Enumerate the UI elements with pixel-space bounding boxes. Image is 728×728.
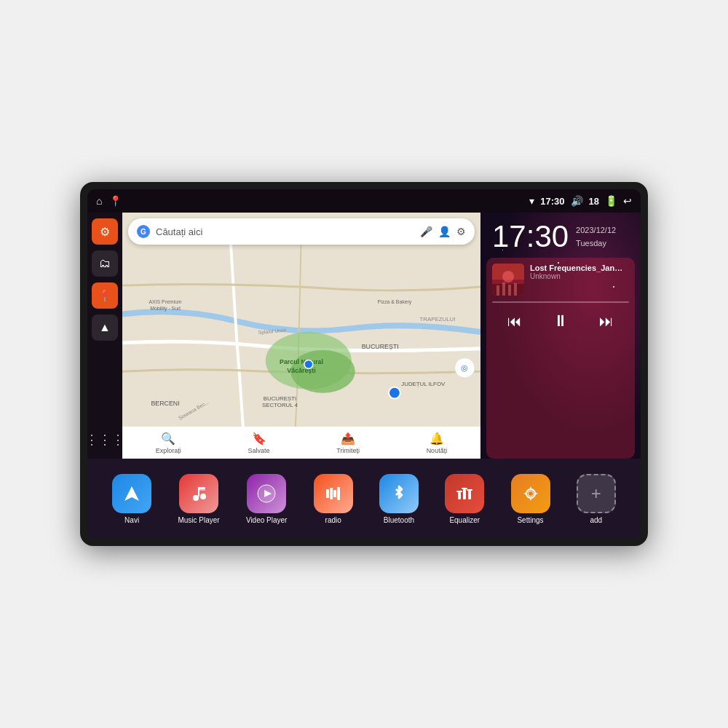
send-icon: 📤 bbox=[341, 432, 355, 446]
wifi-icon: ▾ bbox=[529, 195, 534, 207]
navi-label: Navi bbox=[124, 516, 139, 524]
pause-button[interactable]: ⏸ bbox=[544, 309, 577, 333]
sidebar-settings-btn[interactable]: ⚙ bbox=[92, 218, 118, 245]
track-name: Lost Frequencies_Janie... bbox=[530, 264, 625, 272]
svg-rect-42 bbox=[463, 489, 466, 499]
clock-time: 17:30 bbox=[492, 221, 569, 252]
next-track-button[interactable]: ⏭ bbox=[590, 310, 622, 333]
navi-icon bbox=[112, 474, 151, 513]
status-bar-right: ▾ 17:30 🔊 18 🔋 ↩ bbox=[529, 195, 632, 207]
svg-text:SECTORUL 4: SECTORUL 4 bbox=[262, 402, 298, 408]
location-icon: 📍 bbox=[98, 289, 112, 303]
battery-level: 18 bbox=[589, 196, 599, 207]
music-player-label: Music Player bbox=[178, 516, 219, 524]
settings-icon bbox=[511, 474, 550, 513]
app-music-player[interactable]: Music Player bbox=[178, 474, 219, 524]
sidebar-files-btn[interactable]: 🗂 bbox=[92, 250, 118, 277]
app-video-player[interactable]: Video Player bbox=[246, 474, 288, 524]
music-widget: Lost Frequencies_Janie... Unknown ⏮ ⏸ ⏭ bbox=[486, 258, 635, 459]
music-controls: ⏮ ⏸ ⏭ bbox=[492, 309, 629, 333]
svg-rect-26 bbox=[502, 282, 505, 296]
svg-rect-27 bbox=[508, 285, 511, 296]
svg-point-17 bbox=[389, 387, 400, 399]
folder-icon: 🗂 bbox=[99, 257, 111, 270]
music-progress-bar[interactable] bbox=[492, 301, 629, 303]
video-player-icon bbox=[247, 474, 286, 513]
bluetooth-icon bbox=[379, 474, 419, 513]
add-icon: + bbox=[577, 474, 616, 513]
svg-point-14 bbox=[304, 360, 313, 368]
app-settings[interactable]: Settings bbox=[511, 474, 550, 524]
svg-rect-25 bbox=[496, 285, 499, 296]
right-panel: 17:30 2023/12/12 Tuesday bbox=[480, 213, 641, 459]
clock-date: 2023/12/12 Tuesday bbox=[576, 221, 616, 250]
saved-label: Salvate bbox=[248, 447, 270, 454]
radio-label: radio bbox=[325, 516, 341, 524]
svg-text:Pizza & Bakery: Pizza & Bakery bbox=[378, 299, 412, 305]
svg-point-30 bbox=[193, 495, 199, 501]
bottom-app-bar: Navi Music Player bbox=[87, 459, 641, 539]
track-details: Lost Frequencies_Janie... Unknown bbox=[530, 264, 629, 280]
svg-rect-40 bbox=[337, 487, 340, 500]
google-maps-icon: G bbox=[137, 225, 150, 238]
status-bar: ⌂ 📍 ▾ 17:30 🔊 18 🔋 ↩ bbox=[87, 189, 641, 213]
map-pin-icon[interactable]: 📍 bbox=[109, 195, 122, 207]
settings-label: Settings bbox=[517, 516, 543, 524]
music-player-icon bbox=[179, 474, 218, 513]
track-artist: Unknown bbox=[530, 272, 629, 280]
svg-rect-34 bbox=[198, 489, 205, 491]
svg-rect-44 bbox=[456, 491, 462, 492]
svg-rect-43 bbox=[468, 491, 471, 499]
left-sidebar: ⚙ 🗂 📍 ▲ ⋮⋮⋮ bbox=[87, 213, 122, 459]
microphone-icon[interactable]: 🎤 bbox=[420, 226, 432, 237]
svg-rect-37 bbox=[326, 489, 329, 498]
svg-rect-39 bbox=[333, 490, 336, 497]
prev-track-button[interactable]: ⏮ bbox=[499, 310, 531, 333]
map-search-bar[interactable]: G Căutați aici 🎤 👤 ⚙ bbox=[128, 218, 475, 245]
sidebar-map-btn[interactable]: 📍 bbox=[92, 282, 118, 309]
volume-icon: 🔊 bbox=[571, 195, 583, 207]
svg-point-49 bbox=[529, 491, 533, 496]
home-icon[interactable]: ⌂ bbox=[96, 195, 102, 207]
app-bluetooth[interactable]: Bluetooth bbox=[379, 474, 419, 524]
explore-icon: 🔍 bbox=[161, 432, 175, 446]
status-bar-left: ⌂ 📍 bbox=[96, 195, 122, 207]
svg-text:JUDEȚUL ILFOV: JUDEȚUL ILFOV bbox=[401, 381, 446, 387]
sidebar-nav-btn[interactable]: ▲ bbox=[92, 314, 118, 341]
battery-icon: 🔋 bbox=[605, 195, 617, 207]
app-radio[interactable]: radio bbox=[314, 474, 353, 524]
svg-text:Mobility - Sud: Mobility - Sud bbox=[150, 306, 181, 312]
news-icon: 🔔 bbox=[430, 432, 444, 446]
explore-label: Explorați bbox=[156, 447, 181, 454]
svg-rect-41 bbox=[458, 492, 461, 499]
radio-icon bbox=[314, 474, 353, 513]
center-area: Parcul Natural Văcărești BUCUREȘTI BUCUR… bbox=[122, 213, 480, 459]
track-info: Lost Frequencies_Janie... Unknown bbox=[492, 264, 629, 296]
map-nav-send[interactable]: 📤 Trimiteți bbox=[336, 432, 360, 454]
main-content: ⚙ 🗂 📍 ▲ ⋮⋮⋮ bbox=[87, 213, 641, 459]
back-icon[interactable]: ↩ bbox=[623, 195, 632, 207]
map-nav-saved[interactable]: 🔖 Salvate bbox=[248, 432, 270, 454]
map-nav-explore[interactable]: 🔍 Explorați bbox=[156, 432, 181, 454]
svg-rect-45 bbox=[462, 488, 467, 489]
navigate-icon: ▲ bbox=[99, 321, 111, 334]
clock-date-value: 2023/12/12 bbox=[576, 224, 616, 237]
svg-text:BUCUREȘTI: BUCUREȘTI bbox=[362, 343, 399, 350]
map-search-text: Căutați aici bbox=[156, 226, 414, 237]
equalizer-icon bbox=[445, 474, 484, 513]
app-equalizer[interactable]: Equalizer bbox=[445, 474, 484, 524]
grid-icon: ⋮⋮⋮ bbox=[87, 432, 124, 448]
settings-map-icon[interactable]: ⚙ bbox=[456, 226, 466, 237]
sidebar-grid-btn[interactable]: ⋮⋮⋮ bbox=[92, 427, 118, 453]
map-bottom-nav: 🔍 Explorați 🔖 Salvate 📤 Trimiteți � bbox=[122, 427, 480, 459]
map-container[interactable]: Parcul Natural Văcărești BUCUREȘTI BUCUR… bbox=[122, 213, 480, 459]
account-icon[interactable]: 👤 bbox=[438, 226, 451, 237]
svg-rect-46 bbox=[467, 489, 472, 491]
svg-rect-38 bbox=[330, 488, 333, 499]
svg-text:AXIS Premium: AXIS Premium bbox=[149, 299, 181, 304]
app-add[interactable]: + add bbox=[577, 474, 616, 524]
app-navi[interactable]: Navi bbox=[112, 474, 151, 524]
svg-text:Parcul Natural: Parcul Natural bbox=[280, 358, 323, 365]
map-nav-news[interactable]: 🔔 Noutăți bbox=[427, 432, 448, 454]
map-svg: Parcul Natural Văcărești BUCUREȘTI BUCUR… bbox=[122, 213, 480, 459]
